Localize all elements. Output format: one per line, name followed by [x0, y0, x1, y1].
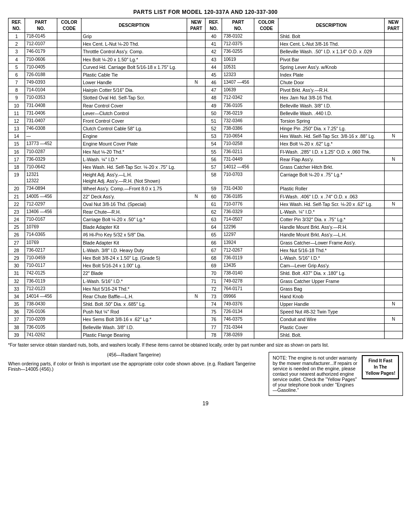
page-number: 19	[8, 400, 403, 407]
find-it-label3: Yellow Pages!	[365, 370, 395, 377]
table-row: 6726-0188Plastic Cable Tie4512323Index P…	[9, 71, 403, 78]
table-row: 4710-0606Hex Bolt ¼-20 x 1.50″ Lg.*43106…	[9, 56, 403, 63]
table-row: 32736-0119L-Wash. 5/16″ I.D.*71749-0278G…	[9, 277, 403, 285]
table-row: 36726-0106Push Nut ¼″ Rod75726-0134Speed…	[9, 308, 403, 316]
header-ref2: REF.NO.	[206, 18, 222, 33]
header-part: PARTNO.	[25, 18, 57, 33]
table-row: 12731-0407Front Control Cover51732-0346T…	[9, 117, 403, 124]
table-row: 17736-0329L-Wash. ¼″ I.D.*56731-0449Rear…	[9, 155, 403, 163]
table-row: 24710-0167Carriage Bolt ¼-20 x .50″ Lg.*…	[9, 216, 403, 223]
header-ref: REF.NO.	[9, 18, 25, 33]
asterisk-note: *For faster service obtain standard nuts…	[8, 343, 403, 348]
table-row: 35738-0430Shld. Bolt .50″ Dia. x .685″ L…	[9, 300, 403, 308]
footer-right: NOTE: The engine is not under warranty b…	[269, 352, 403, 396]
table-row: 10731-0408Rear Control Cover49736-0105Be…	[9, 102, 403, 109]
table-row: 1718-0145Grip40738-0102Shld. Bolt	[9, 33, 403, 40]
footer-section: *For faster service obtain standard nuts…	[8, 343, 403, 396]
table-row: 18710-0642Hex Wash. Hd. Self-Tap Scr. ¼-…	[9, 163, 403, 171]
table-row: 2710769Blade Adapter Kit6613924Grass Cat…	[9, 239, 403, 246]
table-row: 9710-0353Slotted Oval Hd. Self-Tap Scr.4…	[9, 94, 403, 102]
table-row: 16710-0287Hex Nut ¼-20 Thd.*55736-0211Fl…	[9, 148, 403, 155]
table-row: 14—Engine53710-0654Hex Wash. Hd. Self-Ta…	[9, 133, 403, 140]
header-desc-right: DESCRIPTION	[278, 18, 384, 33]
table-row: 31742-012522″ Blade70738-0140Shld. Bolt …	[9, 270, 403, 277]
table-row: 11731-0406Lever—Clutch Control50736-0219…	[9, 109, 403, 117]
header-color2: COLORCODE	[254, 18, 278, 33]
table-row: 2313406 —456Rear Chute—R.H.62736-0329L-W…	[9, 208, 403, 215]
table-row: 191232112322Height Adj. Ass'y.—L.H.Heigh…	[9, 171, 403, 185]
color-note: (456—Radiant Tangerine)	[8, 352, 260, 357]
header-new-left: NEWPART	[187, 18, 206, 33]
table-row: 22712-0297Oval Nut 3/8-16 Thd. (Special)…	[9, 200, 403, 208]
table-row: 1513773 —452Engine Mount Cover Plate5471…	[9, 140, 403, 148]
table-row: 2114005 —45622″ Deck Ass'y.N60736-0185Fl…	[9, 193, 403, 200]
table-row: 2510769Blade Adapter Kit6412296Handle Mo…	[9, 223, 403, 231]
table-row: 33712-0123Hex Nut 5/16-24 Thd.*72764-017…	[9, 285, 403, 292]
table-row: 37710-0209Hex Sems Bolt 3/8-16 x .62″ Lg…	[9, 316, 403, 323]
table-row: 30710-0117Hex Bolt 5/16-24 x 1.00″ Lg.69…	[9, 262, 403, 270]
table-row: 29710-0459Hex Bolt 3/8-24 x 1.50″ Lg. (G…	[9, 254, 403, 262]
table-row: 39741-0262Plastic Flange Bearing78738-02…	[9, 331, 403, 339]
page-title: PARTS LIST FOR MODEL 120-337A AND 120-33…	[8, 9, 403, 15]
header-desc-left: DESCRIPTION	[81, 18, 187, 33]
table-row: 3414014 —456Rear Chute Baffle—L.H.N73099…	[9, 292, 403, 300]
ordering-note: When ordering parts, if color or finish …	[8, 361, 260, 372]
table-row: 3746-0179Throttle Control Ass'y. Comp.42…	[9, 48, 403, 56]
warranty-text: NOTE: The engine is not under warranty b…	[273, 355, 358, 393]
find-it-box: Find It Fast In The Yellow Pages!	[362, 355, 399, 379]
table-row: 2712-0107Hex Cent. L-Nut ¼-20 Thd.41712-…	[9, 40, 403, 48]
table-row: 28736-0217L-Wash. 3/8″ I.D. Heavy Duty67…	[9, 246, 403, 254]
header-part2: PARTNO.	[222, 18, 254, 33]
table-row: 7749-0393Lower HandleN4613407 —456Chute …	[9, 79, 403, 86]
find-it-label1: Find It Fast	[365, 358, 395, 364]
find-it-label2: In The	[365, 364, 395, 370]
parts-table: REF.NO. PARTNO. COLORCODE DESCRIPTION NE…	[8, 18, 403, 339]
footer-bottom: (456—Radiant Tangerine) When ordering pa…	[8, 352, 403, 396]
table-row: 26714-0365#6 Hi-Pro Key 5/32 x 5/8″ Dia.…	[9, 231, 403, 239]
table-row: 13746-0308Clutch Control Cable 58″ Lg.52…	[9, 125, 403, 133]
table-row: 38736-0105Belleville Wash. 3/8″ I.D.7773…	[9, 323, 403, 331]
table-row: 5710-0405Curved Hd. Carriage Bolt 5/16-1…	[9, 63, 403, 71]
header-color: COLORCODE	[57, 18, 81, 33]
table-row: 8714-0104Hairpin Cotter 5/16″ Dia.471063…	[9, 86, 403, 94]
footer-left: (456—Radiant Tangerine) When ordering pa…	[8, 352, 260, 396]
table-row: 20734-0894Wheel Ass'y. Comp.—Front 8.0 x…	[9, 185, 403, 193]
header-new-right: NEWPART	[384, 18, 402, 33]
